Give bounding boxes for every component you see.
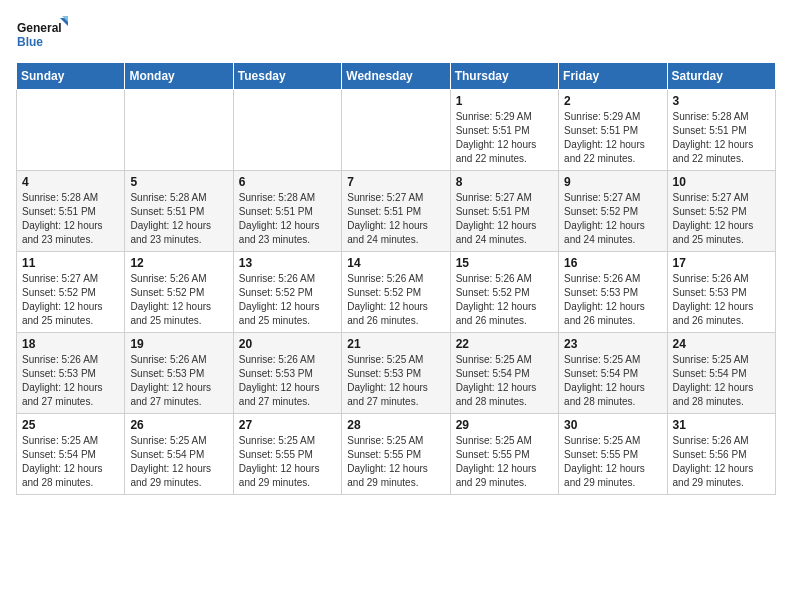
weekday-header-thursday: Thursday <box>450 63 558 90</box>
calendar-cell: 23Sunrise: 5:25 AM Sunset: 5:54 PM Dayli… <box>559 333 667 414</box>
day-info: Sunrise: 5:26 AM Sunset: 5:53 PM Dayligh… <box>564 272 661 328</box>
day-info: Sunrise: 5:26 AM Sunset: 5:52 PM Dayligh… <box>239 272 336 328</box>
calendar-week-4: 18Sunrise: 5:26 AM Sunset: 5:53 PM Dayli… <box>17 333 776 414</box>
calendar-cell: 31Sunrise: 5:26 AM Sunset: 5:56 PM Dayli… <box>667 414 775 495</box>
calendar-cell <box>233 90 341 171</box>
day-info: Sunrise: 5:27 AM Sunset: 5:51 PM Dayligh… <box>456 191 553 247</box>
day-number: 31 <box>673 418 770 432</box>
day-info: Sunrise: 5:26 AM Sunset: 5:53 PM Dayligh… <box>130 353 227 409</box>
logo-svg: General Blue <box>16 16 68 54</box>
weekday-header-saturday: Saturday <box>667 63 775 90</box>
weekday-header-friday: Friday <box>559 63 667 90</box>
day-number: 3 <box>673 94 770 108</box>
calendar-cell: 10Sunrise: 5:27 AM Sunset: 5:52 PM Dayli… <box>667 171 775 252</box>
calendar-cell: 14Sunrise: 5:26 AM Sunset: 5:52 PM Dayli… <box>342 252 450 333</box>
day-number: 9 <box>564 175 661 189</box>
calendar-cell: 25Sunrise: 5:25 AM Sunset: 5:54 PM Dayli… <box>17 414 125 495</box>
day-info: Sunrise: 5:26 AM Sunset: 5:52 PM Dayligh… <box>347 272 444 328</box>
weekday-header-monday: Monday <box>125 63 233 90</box>
day-number: 19 <box>130 337 227 351</box>
day-number: 4 <box>22 175 119 189</box>
calendar-week-2: 4Sunrise: 5:28 AM Sunset: 5:51 PM Daylig… <box>17 171 776 252</box>
day-number: 13 <box>239 256 336 270</box>
day-info: Sunrise: 5:25 AM Sunset: 5:55 PM Dayligh… <box>564 434 661 490</box>
day-number: 16 <box>564 256 661 270</box>
calendar-cell <box>17 90 125 171</box>
calendar-cell: 1Sunrise: 5:29 AM Sunset: 5:51 PM Daylig… <box>450 90 558 171</box>
weekday-header-row: SundayMondayTuesdayWednesdayThursdayFrid… <box>17 63 776 90</box>
day-number: 24 <box>673 337 770 351</box>
day-info: Sunrise: 5:27 AM Sunset: 5:52 PM Dayligh… <box>673 191 770 247</box>
day-info: Sunrise: 5:25 AM Sunset: 5:54 PM Dayligh… <box>456 353 553 409</box>
day-info: Sunrise: 5:25 AM Sunset: 5:53 PM Dayligh… <box>347 353 444 409</box>
day-info: Sunrise: 5:26 AM Sunset: 5:53 PM Dayligh… <box>239 353 336 409</box>
day-number: 17 <box>673 256 770 270</box>
day-info: Sunrise: 5:25 AM Sunset: 5:54 PM Dayligh… <box>564 353 661 409</box>
calendar-cell: 12Sunrise: 5:26 AM Sunset: 5:52 PM Dayli… <box>125 252 233 333</box>
calendar-cell: 15Sunrise: 5:26 AM Sunset: 5:52 PM Dayli… <box>450 252 558 333</box>
day-info: Sunrise: 5:25 AM Sunset: 5:54 PM Dayligh… <box>130 434 227 490</box>
calendar-cell: 24Sunrise: 5:25 AM Sunset: 5:54 PM Dayli… <box>667 333 775 414</box>
day-number: 21 <box>347 337 444 351</box>
day-number: 25 <box>22 418 119 432</box>
day-info: Sunrise: 5:28 AM Sunset: 5:51 PM Dayligh… <box>130 191 227 247</box>
calendar-cell: 21Sunrise: 5:25 AM Sunset: 5:53 PM Dayli… <box>342 333 450 414</box>
calendar-cell: 16Sunrise: 5:26 AM Sunset: 5:53 PM Dayli… <box>559 252 667 333</box>
day-number: 26 <box>130 418 227 432</box>
calendar-cell <box>342 90 450 171</box>
calendar-cell: 11Sunrise: 5:27 AM Sunset: 5:52 PM Dayli… <box>17 252 125 333</box>
day-info: Sunrise: 5:28 AM Sunset: 5:51 PM Dayligh… <box>239 191 336 247</box>
day-number: 14 <box>347 256 444 270</box>
day-info: Sunrise: 5:28 AM Sunset: 5:51 PM Dayligh… <box>22 191 119 247</box>
calendar-cell: 28Sunrise: 5:25 AM Sunset: 5:55 PM Dayli… <box>342 414 450 495</box>
day-number: 22 <box>456 337 553 351</box>
calendar-cell: 19Sunrise: 5:26 AM Sunset: 5:53 PM Dayli… <box>125 333 233 414</box>
calendar-cell: 7Sunrise: 5:27 AM Sunset: 5:51 PM Daylig… <box>342 171 450 252</box>
calendar-table: SundayMondayTuesdayWednesdayThursdayFrid… <box>16 62 776 495</box>
day-number: 30 <box>564 418 661 432</box>
logo: General Blue <box>16 16 68 54</box>
day-number: 1 <box>456 94 553 108</box>
day-number: 2 <box>564 94 661 108</box>
calendar-week-1: 1Sunrise: 5:29 AM Sunset: 5:51 PM Daylig… <box>17 90 776 171</box>
day-number: 18 <box>22 337 119 351</box>
calendar-cell <box>125 90 233 171</box>
calendar-cell: 3Sunrise: 5:28 AM Sunset: 5:51 PM Daylig… <box>667 90 775 171</box>
day-info: Sunrise: 5:26 AM Sunset: 5:53 PM Dayligh… <box>673 272 770 328</box>
day-number: 11 <box>22 256 119 270</box>
weekday-header-wednesday: Wednesday <box>342 63 450 90</box>
day-number: 28 <box>347 418 444 432</box>
calendar-cell: 22Sunrise: 5:25 AM Sunset: 5:54 PM Dayli… <box>450 333 558 414</box>
day-number: 20 <box>239 337 336 351</box>
calendar-week-5: 25Sunrise: 5:25 AM Sunset: 5:54 PM Dayli… <box>17 414 776 495</box>
weekday-header-tuesday: Tuesday <box>233 63 341 90</box>
day-info: Sunrise: 5:25 AM Sunset: 5:55 PM Dayligh… <box>456 434 553 490</box>
day-number: 23 <box>564 337 661 351</box>
weekday-header-sunday: Sunday <box>17 63 125 90</box>
calendar-cell: 29Sunrise: 5:25 AM Sunset: 5:55 PM Dayli… <box>450 414 558 495</box>
page-header: General Blue <box>16 16 776 54</box>
day-info: Sunrise: 5:26 AM Sunset: 5:53 PM Dayligh… <box>22 353 119 409</box>
day-info: Sunrise: 5:25 AM Sunset: 5:54 PM Dayligh… <box>673 353 770 409</box>
calendar-cell: 13Sunrise: 5:26 AM Sunset: 5:52 PM Dayli… <box>233 252 341 333</box>
day-number: 7 <box>347 175 444 189</box>
day-info: Sunrise: 5:27 AM Sunset: 5:52 PM Dayligh… <box>22 272 119 328</box>
day-number: 8 <box>456 175 553 189</box>
day-info: Sunrise: 5:26 AM Sunset: 5:52 PM Dayligh… <box>130 272 227 328</box>
day-info: Sunrise: 5:25 AM Sunset: 5:55 PM Dayligh… <box>347 434 444 490</box>
calendar-week-3: 11Sunrise: 5:27 AM Sunset: 5:52 PM Dayli… <box>17 252 776 333</box>
calendar-cell: 5Sunrise: 5:28 AM Sunset: 5:51 PM Daylig… <box>125 171 233 252</box>
calendar-cell: 4Sunrise: 5:28 AM Sunset: 5:51 PM Daylig… <box>17 171 125 252</box>
calendar-cell: 26Sunrise: 5:25 AM Sunset: 5:54 PM Dayli… <box>125 414 233 495</box>
svg-text:General: General <box>17 21 62 35</box>
calendar-cell: 18Sunrise: 5:26 AM Sunset: 5:53 PM Dayli… <box>17 333 125 414</box>
calendar-cell: 9Sunrise: 5:27 AM Sunset: 5:52 PM Daylig… <box>559 171 667 252</box>
day-number: 10 <box>673 175 770 189</box>
day-info: Sunrise: 5:26 AM Sunset: 5:52 PM Dayligh… <box>456 272 553 328</box>
day-info: Sunrise: 5:27 AM Sunset: 5:52 PM Dayligh… <box>564 191 661 247</box>
day-number: 15 <box>456 256 553 270</box>
day-info: Sunrise: 5:27 AM Sunset: 5:51 PM Dayligh… <box>347 191 444 247</box>
day-info: Sunrise: 5:25 AM Sunset: 5:55 PM Dayligh… <box>239 434 336 490</box>
calendar-cell: 27Sunrise: 5:25 AM Sunset: 5:55 PM Dayli… <box>233 414 341 495</box>
calendar-cell: 8Sunrise: 5:27 AM Sunset: 5:51 PM Daylig… <box>450 171 558 252</box>
